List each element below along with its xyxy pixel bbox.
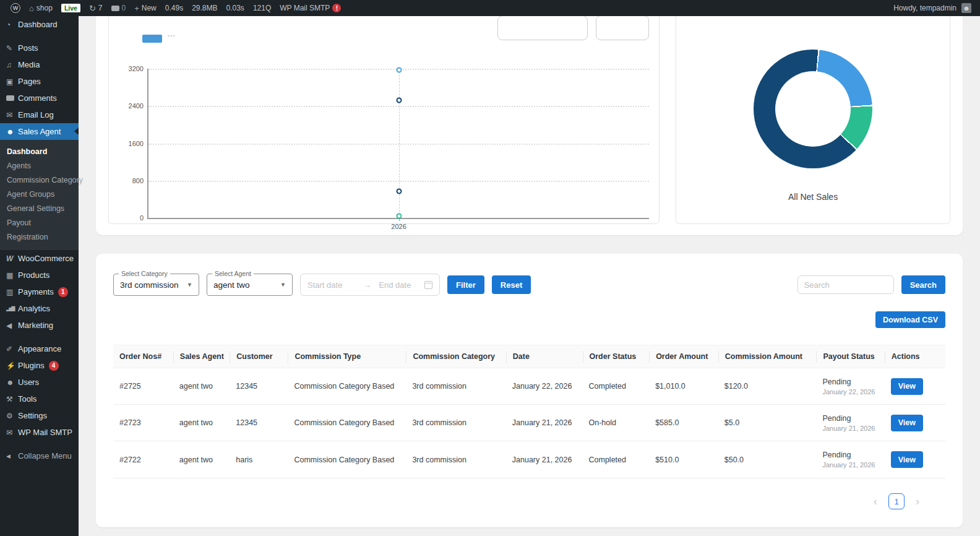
- submenu-item-general-settings[interactable]: General Settings: [0, 201, 79, 215]
- perf-time: 0.49s: [161, 0, 187, 16]
- col-header-date: Date: [506, 351, 583, 363]
- category-select-value: 3rd commission: [120, 280, 184, 290]
- col-header-customer: Customer: [230, 351, 288, 363]
- sidebar-item-email-log[interactable]: ✉ Email Log: [0, 106, 79, 123]
- cell-customer: 12345: [230, 382, 288, 391]
- reset-button[interactable]: Reset: [492, 275, 531, 294]
- update-count: 7: [98, 4, 103, 12]
- sidebar-item-woocommerce[interactable]: W WooCommerce: [0, 250, 79, 267]
- cell-commission-category: 3rd commission: [406, 382, 505, 391]
- donut-chart[interactable]: [754, 50, 872, 168]
- collapse-menu-button[interactable]: ◀ Collapse Menu: [0, 447, 79, 464]
- sidebar-item-posts[interactable]: ✎ Posts: [0, 40, 79, 56]
- pages-icon: ▣: [6, 77, 18, 86]
- sidebar-item-appearance[interactable]: ✐ Appearance: [0, 340, 79, 357]
- scatter-point[interactable]: [396, 189, 402, 194]
- wp-mail-smtp-label: WP Mail SMTP: [280, 4, 330, 12]
- submenu-item-commission-category[interactable]: Commission Category: [0, 173, 79, 187]
- gear-icon: ⚙: [6, 412, 18, 420]
- chart-period-select-1[interactable]: [497, 16, 588, 40]
- plugins-count-badge: 4: [49, 361, 59, 371]
- sidebar-item-wp-mail-smtp[interactable]: ✉ WP Mail SMTP: [0, 424, 79, 441]
- cell-commission-type: Commission Category Based: [288, 456, 406, 464]
- new-label: New: [142, 4, 157, 12]
- howdy-text[interactable]: Howdy, tempadmin: [893, 4, 956, 12]
- pagination-page-1[interactable]: 1: [888, 493, 905, 509]
- calendar-icon: [424, 281, 432, 289]
- payout-date-text: January 21, 2026: [822, 461, 878, 469]
- media-icon: ♫: [6, 61, 18, 69]
- scatter-point[interactable]: [396, 67, 402, 73]
- col-header-order-status: Order Status: [583, 351, 650, 363]
- cell-order-status: Completed: [583, 456, 650, 464]
- sidebar-item-payments[interactable]: ▥ Payments 1: [0, 283, 79, 300]
- avatar[interactable]: ☻: [961, 3, 971, 13]
- charts-card: ⋯ 3200 2400 1600 800 0: [96, 16, 963, 235]
- payout-status-text: Pending: [822, 451, 878, 459]
- sidebar-item-marketing[interactable]: ◀ Marketing: [0, 317, 79, 334]
- person-icon: ☻: [6, 128, 18, 136]
- new-content-link[interactable]: + New: [130, 0, 161, 16]
- filter-row: Select Category 3rd commission ▼ Select …: [113, 274, 945, 296]
- cell-commission-category: 3rd commission: [406, 456, 505, 464]
- cell-customer: 12345: [230, 418, 288, 427]
- y-tick-label: 1600: [119, 140, 144, 147]
- sidebar-item-dashboard[interactable]: ◔ Dashboard: [0, 16, 79, 33]
- cell-commission-amount: $50.0: [718, 456, 817, 464]
- box-icon: ▦: [6, 271, 18, 280]
- cell-sales-agent: agent two: [173, 382, 230, 391]
- view-button[interactable]: View: [891, 378, 923, 395]
- submenu-item-payout[interactable]: Payout: [0, 215, 79, 230]
- y-tick-label: 0: [119, 214, 144, 222]
- mail-icon: ✉: [6, 428, 18, 437]
- comment-bubble-icon: [111, 6, 119, 11]
- brush-icon: ✐: [6, 345, 18, 353]
- pagination-prev-icon[interactable]: ‹: [874, 496, 877, 507]
- net-sales-chart-panel: ⋯ 3200 2400 1600 800 0: [108, 16, 660, 224]
- active-menu-notch: [74, 128, 79, 135]
- download-csv-button[interactable]: Download CSV: [875, 311, 945, 328]
- wordpress-logo-icon[interactable]: W: [6, 0, 25, 16]
- view-button[interactable]: View: [891, 415, 923, 431]
- cell-order-amount: $1,010.0: [649, 382, 718, 391]
- sidebar-item-plugins[interactable]: ⚡ Plugins 4: [0, 357, 79, 374]
- date-range-picker[interactable]: Start date → End date: [300, 274, 440, 296]
- payout-status-text: Pending: [822, 378, 878, 386]
- submenu-item-agents[interactable]: Agents: [0, 158, 79, 173]
- col-header-order-no: Order Nos#: [113, 352, 173, 361]
- updates-link[interactable]: ↻ 7: [85, 0, 107, 16]
- sidebar-item-pages[interactable]: ▣ Pages: [0, 73, 79, 90]
- submenu-item-agent-groups[interactable]: Agent Groups: [0, 187, 79, 201]
- search-input[interactable]: [797, 275, 894, 294]
- sidebar-item-users[interactable]: ☻ Users: [0, 374, 79, 391]
- submenu-item-registration[interactable]: Registration: [0, 230, 79, 244]
- sidebar-item-settings[interactable]: ⚙ Settings: [0, 407, 79, 424]
- agent-select[interactable]: Select Agent agent two ▼: [207, 274, 293, 296]
- search-button[interactable]: Search: [901, 275, 945, 294]
- sidebar-item-comments[interactable]: Comments: [0, 90, 79, 106]
- sidebar-item-analytics[interactable]: ▂▅▇ Analytics: [0, 300, 79, 317]
- y-tick-label: 800: [119, 177, 144, 184]
- sidebar-item-tools[interactable]: ⚒ Tools: [0, 391, 79, 407]
- wp-mail-smtp-link[interactable]: WP Mail SMTP !: [275, 0, 345, 16]
- category-select[interactable]: Select Category 3rd commission ▼: [113, 274, 199, 296]
- donut-chart-title: All Net Sales: [788, 192, 838, 202]
- view-button[interactable]: View: [891, 451, 923, 468]
- site-name-link[interactable]: ⌂ shop: [25, 0, 57, 16]
- sidebar-item-sales-agent[interactable]: ☻ Sales Agent: [0, 123, 79, 140]
- chart-period-select-2[interactable]: [596, 16, 649, 40]
- chart-header: ⋯: [119, 16, 649, 56]
- comments-link[interactable]: 0: [107, 0, 131, 16]
- submenu-item-dashboard[interactable]: Dashboard: [0, 144, 79, 158]
- pagination: ‹ 1 ›: [113, 493, 945, 509]
- filter-button[interactable]: Filter: [447, 275, 484, 294]
- perf-memory: 29.8MB: [187, 0, 221, 16]
- col-header-payout-status: Payout Status: [816, 351, 884, 363]
- sidebar-item-products[interactable]: ▦ Products: [0, 267, 79, 283]
- scatter-point[interactable]: [396, 213, 402, 218]
- sidebar-item-media[interactable]: ♫ Media: [0, 56, 79, 73]
- plugin-icon: ⚡: [6, 361, 18, 370]
- envelope-icon: ✉: [6, 111, 18, 119]
- scatter-point[interactable]: [396, 98, 402, 103]
- pagination-next-icon[interactable]: ›: [916, 496, 919, 507]
